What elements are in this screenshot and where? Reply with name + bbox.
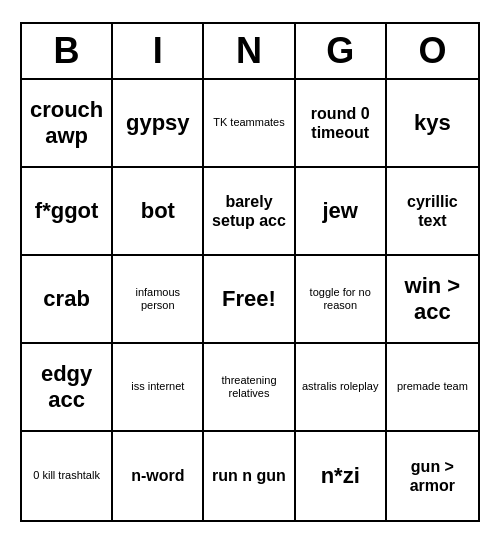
header-letter: N bbox=[204, 24, 295, 78]
bingo-cell: gun > armor bbox=[387, 432, 478, 520]
bingo-cell: Free! bbox=[204, 256, 295, 344]
bingo-cell: bot bbox=[113, 168, 204, 256]
bingo-cell: 0 kill trashtalk bbox=[22, 432, 113, 520]
bingo-cell: crouch awp bbox=[22, 80, 113, 168]
bingo-cell: barely setup acc bbox=[204, 168, 295, 256]
bingo-cell: threatening relatives bbox=[204, 344, 295, 432]
bingo-header: BINGO bbox=[22, 24, 478, 80]
header-letter: O bbox=[387, 24, 478, 78]
bingo-cell: f*ggot bbox=[22, 168, 113, 256]
bingo-cell: round 0 timeout bbox=[296, 80, 387, 168]
bingo-grid: crouch awpgypsyTK teammatesround 0 timeo… bbox=[22, 80, 478, 520]
bingo-cell: gypsy bbox=[113, 80, 204, 168]
bingo-cell: n-word bbox=[113, 432, 204, 520]
bingo-cell: infamous person bbox=[113, 256, 204, 344]
bingo-cell: astralis roleplay bbox=[296, 344, 387, 432]
bingo-cell: premade team bbox=[387, 344, 478, 432]
bingo-cell: edgy acc bbox=[22, 344, 113, 432]
header-letter: G bbox=[296, 24, 387, 78]
bingo-cell: n*zi bbox=[296, 432, 387, 520]
bingo-cell: toggle for no reason bbox=[296, 256, 387, 344]
bingo-cell: iss internet bbox=[113, 344, 204, 432]
bingo-cell: crab bbox=[22, 256, 113, 344]
bingo-cell: run n gun bbox=[204, 432, 295, 520]
header-letter: I bbox=[113, 24, 204, 78]
bingo-cell: TK teammates bbox=[204, 80, 295, 168]
bingo-cell: win > acc bbox=[387, 256, 478, 344]
bingo-cell: kys bbox=[387, 80, 478, 168]
header-letter: B bbox=[22, 24, 113, 78]
bingo-cell: jew bbox=[296, 168, 387, 256]
bingo-card: BINGO crouch awpgypsyTK teammatesround 0… bbox=[20, 22, 480, 522]
bingo-cell: cyrillic text bbox=[387, 168, 478, 256]
